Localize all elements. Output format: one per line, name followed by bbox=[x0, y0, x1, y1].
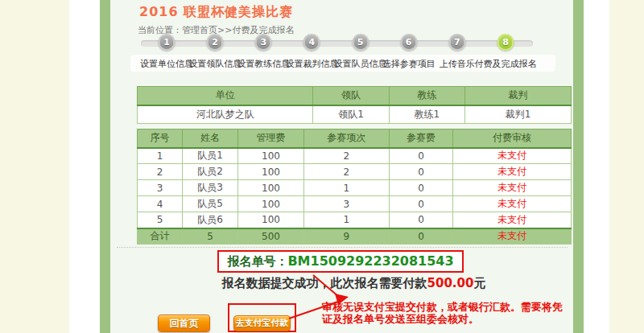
step-1: 1设置单位信息 bbox=[142, 33, 192, 72]
table-cell: 5 bbox=[138, 212, 183, 228]
fee-table: 序号姓名管理费参赛项次参赛费付费审核1队员110020未支付2队员210020未… bbox=[137, 129, 572, 245]
home-button[interactable]: 回首页 bbox=[158, 314, 210, 332]
header-row: 序号姓名管理费参赛项次参赛费付费审核 bbox=[138, 130, 572, 148]
table-cell: 0 bbox=[389, 148, 453, 164]
table-cell: 500 bbox=[238, 228, 304, 245]
table-cell: 合计 bbox=[138, 228, 183, 245]
site-wrapper: 2016 联盟杯健美操比赛 当前位置：管理首页>>付费及完成报名 1设置单位信息… bbox=[69, 0, 609, 333]
table-cell: 队员6 bbox=[183, 212, 238, 228]
step-circle-5: 5 bbox=[352, 34, 369, 51]
table-cell: 队员2 bbox=[183, 164, 238, 180]
table-cell: 0 bbox=[389, 180, 453, 196]
step-label: 设置队员信息 bbox=[334, 58, 387, 70]
annotation-line-2: 证及报名单号发送至组委会核对。 bbox=[322, 313, 576, 325]
message-suffix: 元 bbox=[473, 276, 485, 290]
table-cell: 未支付 bbox=[453, 180, 572, 196]
table-cell: 0 bbox=[389, 164, 453, 180]
table-cell: 3 bbox=[303, 196, 389, 212]
page-title: 2016 联盟杯健美操比赛 bbox=[139, 4, 293, 21]
column-header: 单位 bbox=[138, 87, 313, 105]
table-cell: 4 bbox=[138, 196, 183, 212]
step-circle-7: 7 bbox=[448, 34, 465, 51]
wizard-stepper: 1设置单位信息2设置领队信息3设置教练信息4设置裁判信息5设置队员信息6选择参赛… bbox=[110, 33, 573, 73]
step-circle-2: 2 bbox=[207, 34, 224, 51]
step-label: 设置单位信息 bbox=[140, 58, 193, 70]
table-row: 1队员110020未支付 bbox=[138, 148, 572, 164]
payment-amount: 500.00 bbox=[427, 276, 474, 290]
table-cell: 队员1 bbox=[183, 148, 238, 164]
step-circle-3: 3 bbox=[255, 34, 272, 51]
step-label: 选择参赛项目 bbox=[382, 58, 436, 70]
dotted-separator bbox=[117, 247, 568, 248]
step-label: 设置裁判信息 bbox=[285, 58, 338, 70]
table-cell: 教练1 bbox=[389, 105, 464, 124]
table-cell: 100 bbox=[238, 212, 304, 228]
column-header: 姓名 bbox=[183, 130, 238, 148]
content-frame: 2016 联盟杯健美操比赛 当前位置：管理首页>>付费及完成报名 1设置单位信息… bbox=[100, 0, 584, 333]
alipay-pay-button[interactable]: 去支付宝付款 bbox=[233, 315, 291, 331]
column-header: 领队 bbox=[313, 87, 389, 105]
step-label: 付费及完成报名 bbox=[474, 58, 536, 70]
table-cell: 领队1 bbox=[313, 105, 389, 124]
step-label: 设置教练信息 bbox=[237, 58, 290, 70]
registration-number-label: 报名单号： bbox=[227, 254, 287, 269]
table-cell: 未支付 bbox=[453, 212, 572, 228]
table-cell: 9 bbox=[303, 228, 389, 245]
table-cell: 5 bbox=[183, 228, 238, 245]
column-header: 裁判 bbox=[464, 87, 571, 105]
table-cell: 队员3 bbox=[183, 180, 238, 196]
step-5: 5设置队员信息 bbox=[336, 33, 386, 72]
step-circle-8: 8 bbox=[497, 34, 514, 51]
step-3: 3设置教练信息 bbox=[238, 33, 288, 72]
table-row: 4队员510030未支付 bbox=[138, 196, 572, 212]
annotation-line-1: 审核无误支付宝提交付款，或者银行汇款。需要将凭 bbox=[322, 301, 576, 313]
message-prefix: 报名数据提交成功，此次报名需要付款 bbox=[222, 276, 427, 290]
column-header: 管理费 bbox=[238, 130, 304, 148]
table-cell: 2 bbox=[303, 148, 389, 164]
table-row: 2队员210020未支付 bbox=[138, 164, 572, 180]
table-cell: 2 bbox=[138, 164, 183, 180]
table-cell: 100 bbox=[238, 148, 304, 164]
table-cell: 未支付 bbox=[453, 148, 572, 164]
table-cell: 未支付 bbox=[453, 196, 572, 212]
step-8: 8付费及完成报名 bbox=[481, 33, 530, 72]
table-cell: 100 bbox=[238, 180, 304, 196]
step-circle-6: 6 bbox=[400, 34, 417, 51]
step-circle-4: 4 bbox=[303, 34, 320, 51]
step-2: 2设置领队信息 bbox=[190, 33, 240, 72]
table-cell: 河北队梦之队 bbox=[138, 105, 313, 124]
total-row: 合计550090未支付 bbox=[138, 228, 572, 245]
registration-number-box: 报名单号：BM1509292232081543 bbox=[217, 250, 464, 273]
table-cell: 2 bbox=[303, 164, 389, 180]
table-cell: 100 bbox=[238, 164, 304, 180]
table-cell: 未支付 bbox=[453, 228, 572, 245]
column-header: 参赛项次 bbox=[303, 130, 389, 148]
table-cell: 1 bbox=[303, 180, 389, 196]
table-cell: 100 bbox=[238, 196, 304, 212]
content-area: 2016 联盟杯健美操比赛 当前位置：管理首页>>付费及完成报名 1设置单位信息… bbox=[110, 0, 573, 333]
table-cell: 队员5 bbox=[183, 196, 238, 212]
table-cell: 1 bbox=[138, 148, 183, 164]
table-row: 河北队梦之队领队1教练1裁判1 bbox=[138, 105, 572, 124]
annotation-note: 审核无误支付宝提交付款，或者银行汇款。需要将凭 证及报名单号发送至组委会核对。 bbox=[322, 301, 576, 325]
step-4: 4设置裁判信息 bbox=[287, 33, 336, 72]
step-label: 上传音乐 bbox=[440, 58, 475, 70]
registration-number-value: BM1509292232081543 bbox=[287, 253, 453, 269]
table-row: 5队员610010未支付 bbox=[138, 212, 572, 228]
column-header: 付费审核 bbox=[453, 130, 572, 148]
column-header: 教练 bbox=[389, 87, 464, 105]
table-cell: 未支付 bbox=[453, 164, 572, 180]
table-cell: 0 bbox=[389, 212, 453, 228]
column-header: 序号 bbox=[138, 130, 183, 148]
step-label: 设置领队信息 bbox=[188, 58, 242, 70]
table-row: 3队员310010未支付 bbox=[138, 180, 572, 196]
step-6: 6选择参赛项目 bbox=[384, 33, 434, 72]
table-cell: 0 bbox=[389, 228, 453, 245]
header-row: 单位领队教练裁判 bbox=[138, 87, 572, 105]
team-info-table: 单位领队教练裁判河北队梦之队领队1教练1裁判1 bbox=[137, 86, 572, 124]
table-cell: 3 bbox=[138, 180, 183, 196]
table-cell: 裁判1 bbox=[464, 105, 571, 124]
step-circle-1: 1 bbox=[159, 34, 175, 51]
table-cell: 1 bbox=[303, 212, 389, 228]
submit-success-message: 报名数据提交成功，此次报名需要付款500.00元 bbox=[110, 276, 573, 291]
